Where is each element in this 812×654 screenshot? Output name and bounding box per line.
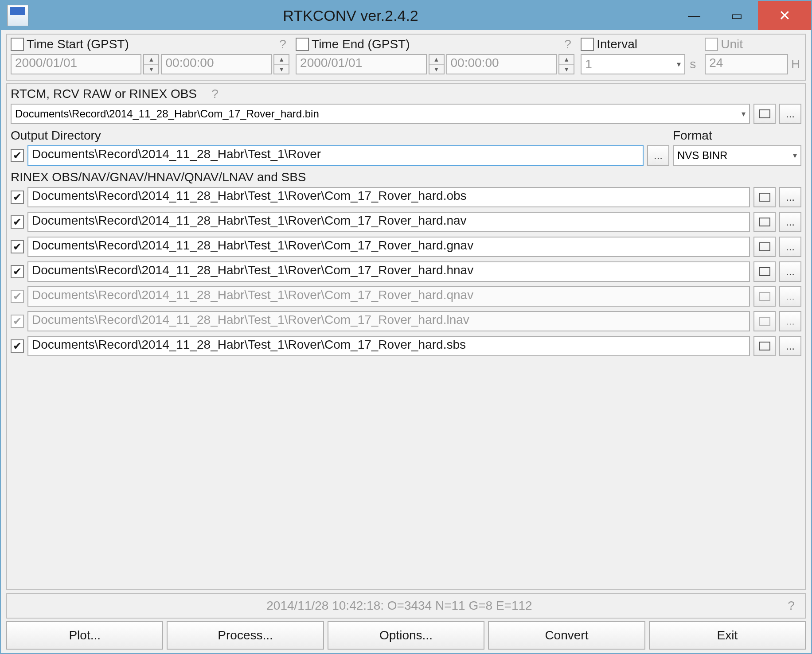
unit-checkbox[interactable] [705, 38, 718, 51]
window-frame: RTKCONV ver.2.4.2 — ▭ ✕ Time Start (GPST… [0, 0, 812, 654]
time-end-time[interactable]: 00:00:00 [446, 54, 557, 74]
output-path-3[interactable]: Documents\Record\2014_11_28_Habr\Test_1\… [27, 261, 750, 282]
output-row-0: Documents\Record\2014_11_28_Habr\Test_1\… [11, 187, 801, 207]
window-title: RTKCONV ver.2.4.2 [28, 7, 673, 24]
output-view-button-1[interactable] [753, 212, 776, 232]
interval-label: Interval [597, 37, 637, 51]
output-path-6[interactable]: Documents\Record\2014_11_28_Habr\Test_1\… [27, 336, 750, 356]
format-value: NVS BINR [677, 149, 727, 162]
interval-unit: s [687, 57, 699, 71]
time-end-time-spinner[interactable]: ▲▼ [558, 54, 574, 74]
status-text: 2014/11/28 10:42:18: O=3434 N=11 G=8 E=1… [14, 599, 785, 613]
time-start-date[interactable]: 2000/01/01 [11, 54, 141, 74]
output-browse-button-1[interactable]: ... [779, 212, 801, 232]
maximize-button[interactable]: ▭ [715, 1, 758, 30]
output-row-3: Documents\Record\2014_11_28_Habr\Test_1\… [11, 261, 801, 282]
outputs-list: Documents\Record\2014_11_28_Habr\Test_1\… [11, 187, 801, 356]
output-row-2: Documents\Record\2014_11_28_Habr\Test_1\… [11, 237, 801, 257]
chevron-down-icon: ▾ [793, 151, 797, 160]
time-start-checkbox[interactable] [11, 38, 24, 51]
output-browse-button-3[interactable]: ... [779, 261, 801, 282]
output-checkbox-5[interactable] [11, 315, 24, 328]
outdir-browse-button[interactable]: ... [647, 145, 669, 166]
output-checkbox-1[interactable] [11, 215, 24, 229]
format-dropdown[interactable]: NVS BINR ▾ [673, 145, 801, 166]
interval-dropdown[interactable]: 1 ▾ [581, 54, 685, 74]
output-checkbox-4[interactable] [11, 290, 24, 303]
output-view-button-2[interactable] [753, 237, 776, 257]
input-help[interactable]: ? [208, 87, 222, 101]
time-start-time[interactable]: 00:00:00 [161, 54, 272, 74]
output-row-6: Documents\Record\2014_11_28_Habr\Test_1\… [11, 336, 801, 356]
output-checkbox-6[interactable] [11, 339, 24, 353]
output-row-4: Documents\Record\2014_11_28_Habr\Test_1\… [11, 286, 801, 307]
time-start-date-spinner[interactable]: ▲▼ [143, 54, 159, 74]
output-path-2[interactable]: Documents\Record\2014_11_28_Habr\Test_1\… [27, 237, 750, 257]
input-path-value: Documents\Record\2014_11_28_Habr\Com_17_… [15, 108, 319, 120]
client-area: Time Start (GPST) ? 2000/01/01 ▲▼ 00:00:… [1, 30, 811, 653]
outdir-label: Output Directory [11, 128, 664, 143]
unit-suffix: H [790, 57, 801, 71]
output-view-button-0[interactable] [753, 187, 776, 207]
output-row-5: Documents\Record\2014_11_28_Habr\Test_1\… [11, 311, 801, 331]
output-checkbox-3[interactable] [11, 265, 24, 278]
button-row: Plot... Process... Options... Convert Ex… [6, 621, 806, 650]
chevron-down-icon: ▾ [677, 59, 681, 69]
status-help[interactable]: ? [785, 599, 798, 613]
time-end-label: Time End (GPST) [312, 37, 410, 51]
time-end-help[interactable]: ? [561, 37, 574, 51]
output-browse-button-2[interactable]: ... [779, 237, 801, 257]
output-browse-button-5[interactable]: ... [779, 311, 801, 331]
output-browse-button-4[interactable]: ... [779, 286, 801, 307]
window-controls: — ▭ ✕ [673, 1, 811, 30]
time-start-time-spinner[interactable]: ▲▼ [273, 54, 289, 74]
unit-value[interactable]: 24 [705, 54, 788, 74]
convert-button[interactable]: Convert [488, 621, 645, 650]
main-panel: RTCM, RCV RAW or RINEX OBS ? Documents\R… [6, 83, 806, 590]
options-button[interactable]: Options... [328, 621, 484, 650]
outdir-checkbox[interactable] [11, 149, 24, 162]
output-browse-button-0[interactable]: ... [779, 187, 801, 207]
interval-checkbox[interactable] [581, 38, 594, 51]
time-panel: Time Start (GPST) ? 2000/01/01 ▲▼ 00:00:… [6, 34, 806, 81]
output-view-button-6[interactable] [753, 336, 776, 356]
output-path-5[interactable]: Documents\Record\2014_11_28_Habr\Test_1\… [27, 311, 750, 331]
time-start-label: Time Start (GPST) [27, 37, 129, 51]
output-path-4[interactable]: Documents\Record\2014_11_28_Habr\Test_1\… [27, 286, 750, 307]
input-path-dropdown[interactable]: Documents\Record\2014_11_28_Habr\Com_17_… [11, 104, 750, 124]
output-checkbox-2[interactable] [11, 240, 24, 253]
output-browse-button-6[interactable]: ... [779, 336, 801, 356]
time-end-date[interactable]: 2000/01/01 [296, 54, 426, 74]
output-view-button-4[interactable] [753, 286, 776, 307]
unit-label: Unit [721, 37, 743, 51]
chevron-down-icon: ▾ [742, 109, 746, 119]
output-path-0[interactable]: Documents\Record\2014_11_28_Habr\Test_1\… [27, 187, 750, 207]
outdir-path[interactable]: Documents\Record\2014_11_28_Habr\Test_1\… [27, 145, 644, 166]
exit-button[interactable]: Exit [649, 621, 806, 650]
output-path-1[interactable]: Documents\Record\2014_11_28_Habr\Test_1\… [27, 212, 750, 232]
input-label: RTCM, RCV RAW or RINEX OBS [11, 87, 197, 101]
titlebar: RTKCONV ver.2.4.2 — ▭ ✕ [1, 1, 811, 30]
time-end-date-spinner[interactable]: ▲▼ [429, 54, 445, 74]
app-icon [7, 5, 28, 26]
process-button[interactable]: Process... [167, 621, 324, 650]
minimize-button[interactable]: — [673, 1, 715, 30]
time-start-help[interactable]: ? [276, 37, 289, 51]
time-end-checkbox[interactable] [296, 38, 309, 51]
plot-button[interactable]: Plot... [6, 621, 163, 650]
input-browse-button[interactable]: ... [779, 104, 801, 124]
output-row-1: Documents\Record\2014_11_28_Habr\Test_1\… [11, 212, 801, 232]
input-view-button[interactable] [753, 104, 776, 124]
interval-value: 1 [585, 57, 592, 71]
output-view-button-3[interactable] [753, 261, 776, 282]
output-view-button-5[interactable] [753, 311, 776, 331]
outputs-label: RINEX OBS/NAV/GNAV/HNAV/QNAV/LNAV and SB… [11, 170, 306, 184]
format-label: Format [673, 128, 801, 143]
output-checkbox-0[interactable] [11, 191, 24, 204]
status-panel: 2014/11/28 10:42:18: O=3434 N=11 G=8 E=1… [6, 593, 806, 619]
close-button[interactable]: ✕ [758, 1, 811, 30]
